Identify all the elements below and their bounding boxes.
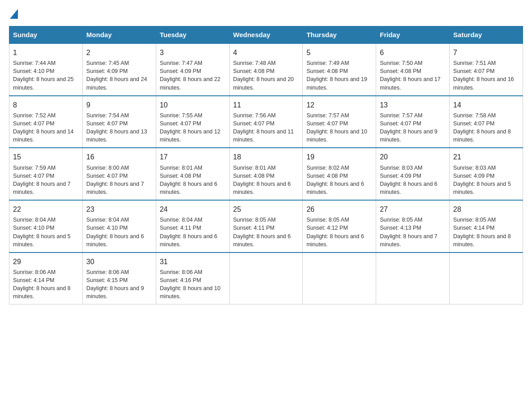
calendar-cell: 19Sunrise: 8:02 AMSunset: 4:08 PMDayligh… (303, 148, 376, 200)
day-info: Sunrise: 7:57 AMSunset: 4:07 PMDaylight:… (306, 112, 367, 143)
day-number: 9 (86, 100, 152, 110)
day-info: Sunrise: 7:45 AMSunset: 4:09 PMDaylight:… (86, 60, 147, 90)
calendar-cell: 13Sunrise: 7:57 AMSunset: 4:07 PMDayligh… (376, 96, 450, 148)
week-row-5: 29Sunrise: 8:06 AMSunset: 4:14 PMDayligh… (9, 253, 523, 304)
day-number: 27 (380, 204, 446, 214)
calendar-cell: 18Sunrise: 8:01 AMSunset: 4:08 PMDayligh… (229, 148, 303, 200)
day-info: Sunrise: 8:05 AMSunset: 4:12 PMDaylight:… (306, 217, 364, 247)
week-row-1: 1Sunrise: 7:44 AMSunset: 4:10 PMDaylight… (9, 43, 523, 96)
weekday-header-row: SundayMondayTuesdayWednesdayThursdayFrid… (9, 26, 523, 44)
day-info: Sunrise: 7:48 AMSunset: 4:08 PMDaylight:… (233, 60, 294, 90)
calendar-cell: 11Sunrise: 7:56 AMSunset: 4:07 PMDayligh… (229, 96, 303, 148)
day-info: Sunrise: 8:06 AMSunset: 4:14 PMDaylight:… (13, 269, 71, 300)
logo-triangle-icon (10, 9, 18, 19)
day-number: 22 (13, 204, 79, 214)
day-info: Sunrise: 8:04 AMSunset: 4:11 PMDaylight:… (160, 217, 218, 247)
day-number: 26 (306, 204, 372, 214)
day-number: 23 (86, 204, 152, 214)
calendar-cell: 27Sunrise: 8:05 AMSunset: 4:13 PMDayligh… (376, 200, 450, 253)
day-info: Sunrise: 8:04 AMSunset: 4:10 PMDaylight:… (86, 217, 144, 247)
day-number: 15 (13, 152, 79, 162)
calendar-cell: 1Sunrise: 7:44 AMSunset: 4:10 PMDaylight… (9, 43, 83, 96)
page-header (9, 9, 523, 19)
day-info: Sunrise: 8:02 AMSunset: 4:08 PMDaylight:… (306, 165, 364, 195)
day-info: Sunrise: 7:44 AMSunset: 4:10 PMDaylight:… (13, 60, 74, 90)
day-info: Sunrise: 8:01 AMSunset: 4:08 PMDaylight:… (160, 165, 218, 195)
day-info: Sunrise: 8:00 AMSunset: 4:07 PMDaylight:… (86, 165, 144, 195)
day-number: 3 (160, 47, 226, 58)
calendar-cell: 16Sunrise: 8:00 AMSunset: 4:07 PMDayligh… (82, 148, 156, 200)
day-info: Sunrise: 7:49 AMSunset: 4:08 PMDaylight:… (306, 60, 367, 90)
week-row-3: 15Sunrise: 7:59 AMSunset: 4:07 PMDayligh… (9, 148, 523, 200)
calendar-cell: 29Sunrise: 8:06 AMSunset: 4:14 PMDayligh… (9, 253, 83, 304)
calendar-cell: 9Sunrise: 7:54 AMSunset: 4:07 PMDaylight… (82, 96, 156, 148)
day-info: Sunrise: 7:58 AMSunset: 4:07 PMDaylight:… (453, 112, 511, 143)
day-number: 19 (306, 152, 372, 162)
day-number: 6 (380, 47, 446, 58)
calendar-cell: 7Sunrise: 7:51 AMSunset: 4:07 PMDaylight… (450, 43, 523, 96)
calendar-cell: 21Sunrise: 8:03 AMSunset: 4:09 PMDayligh… (450, 148, 523, 200)
calendar-cell: 15Sunrise: 7:59 AMSunset: 4:07 PMDayligh… (9, 148, 83, 200)
day-info: Sunrise: 8:06 AMSunset: 4:16 PMDaylight:… (160, 269, 221, 300)
day-info: Sunrise: 7:51 AMSunset: 4:07 PMDaylight:… (453, 60, 514, 90)
calendar-cell: 6Sunrise: 7:50 AMSunset: 4:08 PMDaylight… (376, 43, 450, 96)
day-number: 14 (453, 100, 519, 110)
calendar-cell: 23Sunrise: 8:04 AMSunset: 4:10 PMDayligh… (82, 200, 156, 253)
day-info: Sunrise: 8:04 AMSunset: 4:10 PMDaylight:… (13, 217, 71, 247)
weekday-header-sunday: Sunday (9, 26, 83, 44)
svg-marker-0 (10, 9, 18, 19)
calendar-cell: 14Sunrise: 7:58 AMSunset: 4:07 PMDayligh… (450, 96, 523, 148)
day-number: 1 (13, 47, 79, 58)
day-info: Sunrise: 8:05 AMSunset: 4:13 PMDaylight:… (380, 217, 438, 247)
day-info: Sunrise: 7:54 AMSunset: 4:07 PMDaylight:… (86, 112, 147, 143)
day-number: 25 (233, 204, 299, 214)
day-number: 18 (233, 152, 299, 162)
calendar-cell (229, 253, 303, 304)
day-info: Sunrise: 8:05 AMSunset: 4:14 PMDaylight:… (453, 217, 511, 247)
week-row-2: 8Sunrise: 7:52 AMSunset: 4:07 PMDaylight… (9, 96, 523, 148)
day-number: 8 (13, 100, 79, 110)
day-number: 28 (453, 204, 519, 214)
day-info: Sunrise: 7:59 AMSunset: 4:07 PMDaylight:… (13, 165, 71, 195)
calendar-cell: 17Sunrise: 8:01 AMSunset: 4:08 PMDayligh… (156, 148, 229, 200)
logo (9, 9, 18, 19)
day-info: Sunrise: 8:03 AMSunset: 4:09 PMDaylight:… (453, 165, 511, 195)
calendar-cell: 3Sunrise: 7:47 AMSunset: 4:09 PMDaylight… (156, 43, 229, 96)
calendar-cell: 2Sunrise: 7:45 AMSunset: 4:09 PMDaylight… (82, 43, 156, 96)
day-number: 10 (160, 100, 226, 110)
day-number: 24 (160, 204, 226, 214)
day-number: 31 (160, 257, 226, 267)
calendar-cell: 25Sunrise: 8:05 AMSunset: 4:11 PMDayligh… (229, 200, 303, 253)
day-info: Sunrise: 8:03 AMSunset: 4:09 PMDaylight:… (380, 165, 438, 195)
day-number: 11 (233, 100, 299, 110)
weekday-header-friday: Friday (376, 26, 450, 44)
calendar-cell: 28Sunrise: 8:05 AMSunset: 4:14 PMDayligh… (450, 200, 523, 253)
weekday-header-tuesday: Tuesday (156, 26, 229, 44)
calendar-cell: 24Sunrise: 8:04 AMSunset: 4:11 PMDayligh… (156, 200, 229, 253)
weekday-header-monday: Monday (82, 26, 156, 44)
day-number: 30 (86, 257, 152, 267)
calendar-cell: 30Sunrise: 8:06 AMSunset: 4:15 PMDayligh… (82, 253, 156, 304)
calendar-cell: 31Sunrise: 8:06 AMSunset: 4:16 PMDayligh… (156, 253, 229, 304)
calendar-cell: 22Sunrise: 8:04 AMSunset: 4:10 PMDayligh… (9, 200, 83, 253)
day-number: 20 (380, 152, 446, 162)
calendar-cell: 5Sunrise: 7:49 AMSunset: 4:08 PMDaylight… (303, 43, 376, 96)
weekday-header-wednesday: Wednesday (229, 26, 303, 44)
day-number: 17 (160, 152, 226, 162)
day-info: Sunrise: 7:47 AMSunset: 4:09 PMDaylight:… (160, 60, 221, 90)
calendar-cell (303, 253, 376, 304)
weekday-header-thursday: Thursday (303, 26, 376, 44)
day-number: 13 (380, 100, 446, 110)
calendar-cell (450, 253, 523, 304)
weekday-header-saturday: Saturday (450, 26, 523, 44)
day-number: 16 (86, 152, 152, 162)
calendar-cell: 26Sunrise: 8:05 AMSunset: 4:12 PMDayligh… (303, 200, 376, 253)
day-info: Sunrise: 7:52 AMSunset: 4:07 PMDaylight:… (13, 112, 74, 143)
day-info: Sunrise: 8:06 AMSunset: 4:15 PMDaylight:… (86, 269, 144, 300)
calendar-cell: 4Sunrise: 7:48 AMSunset: 4:08 PMDaylight… (229, 43, 303, 96)
day-info: Sunrise: 7:56 AMSunset: 4:07 PMDaylight:… (233, 112, 294, 143)
calendar-cell (376, 253, 450, 304)
day-number: 29 (13, 257, 79, 267)
day-info: Sunrise: 8:01 AMSunset: 4:08 PMDaylight:… (233, 165, 291, 195)
day-number: 5 (306, 47, 372, 58)
